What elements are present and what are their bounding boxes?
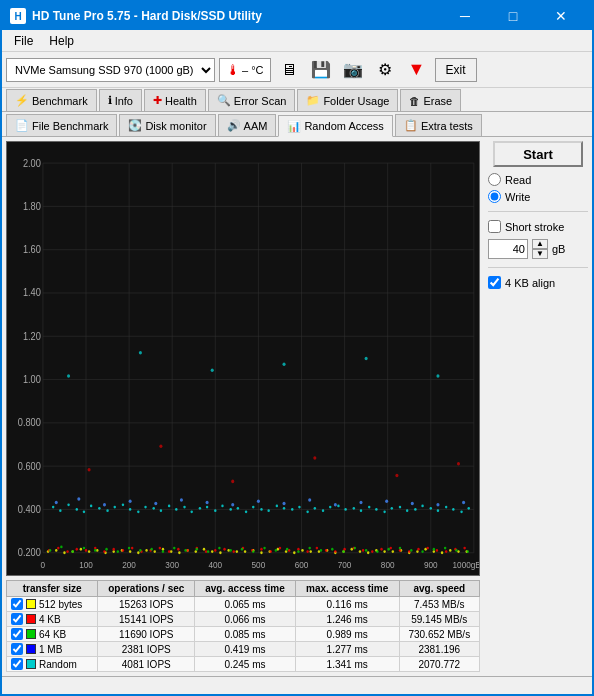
- toolbar-btn-4[interactable]: ⚙: [371, 56, 399, 84]
- svg-point-101: [129, 500, 132, 504]
- svg-point-93: [437, 509, 439, 512]
- short-stroke-label[interactable]: Short stroke: [488, 220, 588, 233]
- spin-down-button[interactable]: ▼: [532, 249, 548, 259]
- svg-point-64: [214, 509, 216, 512]
- svg-point-59: [175, 508, 177, 511]
- svg-point-258: [139, 351, 142, 355]
- tab-info[interactable]: ℹ Info: [99, 89, 142, 111]
- svg-point-110: [359, 501, 362, 505]
- tab-erase[interactable]: 🗑 Erase: [400, 89, 461, 111]
- minimize-button[interactable]: ─: [442, 2, 488, 30]
- tab-folder-usage[interactable]: 📁 Folder Usage: [297, 89, 398, 111]
- svg-point-78: [322, 509, 324, 512]
- table-row: 1 MB2381 IOPS0.419 ms1.277 ms2381.196: [7, 642, 480, 657]
- tab-extra-tests[interactable]: 📋 Extra tests: [395, 114, 482, 136]
- results-table: transfer size operations / sec avg. acce…: [6, 580, 480, 672]
- status-bar: [2, 676, 592, 694]
- svg-point-202: [371, 550, 373, 553]
- drive-select[interactable]: NVMe Samsung SSD 970 (1000 gB): [6, 58, 215, 82]
- tab-disk-monitor[interactable]: 💽 Disk monitor: [119, 114, 215, 136]
- stroke-unit-label: gB: [552, 243, 565, 255]
- svg-text:0.600: 0.600: [18, 460, 42, 472]
- table-row: Random4081 IOPS0.245 ms1.341 ms2070.772: [7, 657, 480, 672]
- svg-point-174: [112, 548, 114, 551]
- tab-aam[interactable]: 🔊 AAM: [218, 114, 277, 136]
- erase-icon: 🗑: [409, 95, 420, 107]
- svg-point-45: [67, 503, 69, 506]
- svg-point-52: [122, 503, 124, 506]
- col-avg-speed: avg. speed: [399, 581, 479, 597]
- svg-point-126: [137, 551, 139, 554]
- spin-up-button[interactable]: ▲: [532, 239, 548, 249]
- svg-point-97: [468, 507, 470, 510]
- svg-point-153: [359, 550, 361, 553]
- svg-point-86: [383, 510, 385, 513]
- write-radio[interactable]: [488, 190, 501, 203]
- menu-bar: File Help: [2, 30, 592, 52]
- close-button[interactable]: ✕: [538, 2, 584, 30]
- tab-benchmark[interactable]: ⚡ Benchmark: [6, 89, 97, 111]
- svg-point-116: [55, 549, 57, 552]
- help-menu[interactable]: Help: [41, 32, 82, 50]
- short-stroke-check[interactable]: [488, 220, 501, 233]
- svg-point-170: [76, 548, 78, 551]
- svg-text:1.60: 1.60: [23, 244, 41, 256]
- svg-point-70: [260, 508, 262, 511]
- file-menu[interactable]: File: [6, 32, 41, 50]
- svg-point-252: [159, 445, 162, 449]
- write-radio-label[interactable]: Write: [488, 190, 588, 203]
- svg-point-156: [383, 550, 385, 553]
- svg-point-43: [52, 506, 54, 509]
- svg-point-76: [306, 510, 308, 513]
- svg-point-114: [462, 501, 465, 505]
- window-title: HD Tune Pro 5.75 - Hard Disk/SSD Utility: [32, 9, 262, 23]
- toolbar-btn-2[interactable]: 💾: [307, 56, 335, 84]
- toolbar-btn-5[interactable]: ▼: [403, 56, 431, 84]
- tab-health[interactable]: ✚ Health: [144, 89, 206, 111]
- tab-error-scan[interactable]: 🔍 Error Scan: [208, 89, 296, 111]
- svg-point-108: [308, 498, 311, 502]
- svg-point-100: [103, 503, 106, 507]
- svg-point-235: [297, 550, 299, 553]
- svg-point-105: [231, 503, 234, 507]
- svg-point-117: [63, 551, 65, 554]
- exit-button[interactable]: Exit: [435, 58, 477, 82]
- svg-point-85: [375, 508, 377, 511]
- svg-point-81: [344, 508, 346, 511]
- stroke-value-input[interactable]: [488, 239, 528, 259]
- svg-point-61: [190, 510, 192, 513]
- svg-point-169: [66, 550, 68, 553]
- read-radio-label[interactable]: Read: [488, 173, 588, 186]
- svg-text:700: 700: [338, 559, 352, 570]
- maximize-button[interactable]: □: [490, 2, 536, 30]
- read-radio[interactable]: [488, 173, 501, 186]
- svg-point-222: [150, 548, 152, 551]
- svg-point-238: [331, 548, 333, 551]
- svg-point-96: [460, 510, 462, 513]
- svg-point-185: [214, 549, 216, 552]
- svg-text:1.80: 1.80: [23, 200, 41, 212]
- extra-tests-icon: 📋: [404, 119, 418, 132]
- start-button[interactable]: Start: [493, 141, 583, 167]
- svg-point-84: [368, 506, 370, 509]
- svg-point-98: [55, 501, 58, 505]
- svg-point-128: [154, 550, 156, 553]
- align-label[interactable]: 4 KB align: [488, 276, 588, 289]
- svg-point-51: [114, 506, 116, 509]
- tab-file-benchmark[interactable]: 📄 File Benchmark: [6, 114, 117, 136]
- svg-point-62: [199, 507, 201, 510]
- svg-point-164: [449, 549, 451, 552]
- align-check[interactable]: [488, 276, 501, 289]
- svg-text:300: 300: [165, 559, 179, 570]
- toolbar-btn-1[interactable]: 🖥: [275, 56, 303, 84]
- toolbar-btn-3[interactable]: 📷: [339, 56, 367, 84]
- random-access-icon: 📊: [287, 120, 301, 133]
- svg-point-254: [313, 456, 316, 460]
- tab-random-access[interactable]: 📊 Random Access: [278, 115, 392, 137]
- svg-point-247: [433, 548, 435, 551]
- svg-point-234: [286, 548, 288, 551]
- svg-point-146: [301, 549, 303, 552]
- svg-point-223: [162, 550, 164, 553]
- svg-point-246: [421, 550, 423, 553]
- svg-point-226: [196, 548, 198, 551]
